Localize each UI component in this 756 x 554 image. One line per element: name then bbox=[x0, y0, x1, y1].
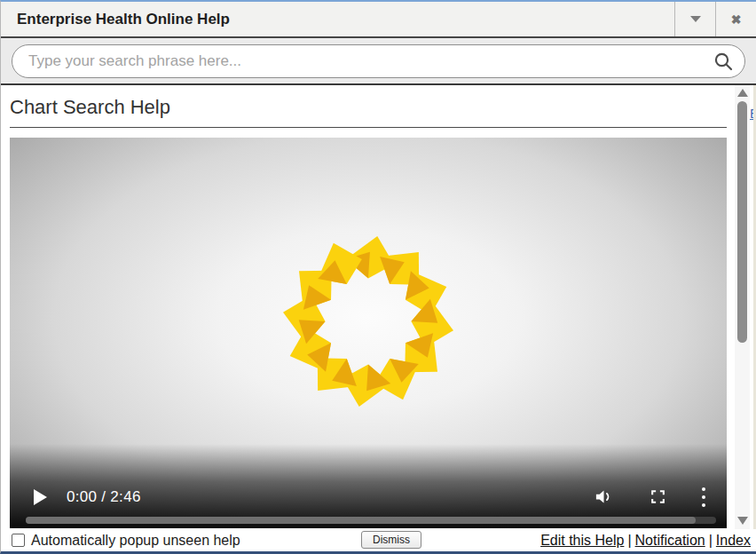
index-link[interactable]: Index bbox=[716, 533, 751, 548]
play-button[interactable] bbox=[34, 489, 47, 505]
heading-divider bbox=[10, 127, 727, 128]
footer-bar: Automatically popup unseen help Dismiss … bbox=[1, 529, 756, 551]
pinwheel-logo bbox=[278, 230, 460, 412]
content-scrollbar[interactable] bbox=[735, 85, 750, 529]
video-buffered-bar bbox=[26, 517, 696, 524]
search-box bbox=[12, 44, 745, 78]
scrollbar-up-icon[interactable] bbox=[737, 89, 748, 97]
video-progress-bar[interactable] bbox=[26, 517, 716, 524]
link-separator: | bbox=[627, 533, 631, 548]
video-time-display: 0:00 / 2:46 bbox=[67, 488, 141, 506]
edit-help-link[interactable]: Edit this Help bbox=[540, 533, 624, 548]
dialog-title: Enterprise Health Online Help bbox=[1, 2, 674, 36]
volume-button[interactable] bbox=[594, 487, 614, 507]
close-button[interactable]: ✖ bbox=[715, 2, 756, 36]
dismiss-button[interactable]: Dismiss bbox=[361, 531, 421, 549]
search-input[interactable] bbox=[27, 51, 713, 71]
video-menu-button[interactable] bbox=[702, 485, 705, 509]
autopopup-label: Automatically popup unseen help bbox=[31, 533, 240, 549]
chevron-down-icon bbox=[690, 16, 701, 22]
fullscreen-button[interactable] bbox=[650, 488, 666, 505]
collapse-button[interactable] bbox=[674, 2, 715, 36]
search-section bbox=[1, 38, 756, 85]
notification-link[interactable]: Notification bbox=[635, 533, 705, 548]
titlebar: Enterprise Health Online Help ✖ bbox=[1, 2, 756, 38]
footer-links: Edit this Help|Notification|Index bbox=[540, 533, 751, 549]
clipped-edit-link: E bbox=[750, 105, 753, 122]
page-title: Chart Search Help bbox=[10, 96, 756, 119]
scrollbar-down-icon[interactable] bbox=[737, 517, 748, 525]
help-content: Chart Search Help bbox=[1, 85, 756, 529]
link-separator: | bbox=[709, 533, 713, 548]
close-icon: ✖ bbox=[731, 13, 742, 26]
autopopup-checkbox[interactable] bbox=[12, 534, 25, 547]
video-player[interactable]: 0:00 / 2:46 bbox=[10, 138, 727, 528]
help-dialog: Enterprise Health Online Help ✖ Chart Se… bbox=[0, 0, 756, 554]
video-controls: 0:00 / 2:46 bbox=[10, 485, 727, 509]
search-icon[interactable] bbox=[713, 51, 734, 72]
scrollbar-thumb[interactable] bbox=[737, 101, 747, 343]
